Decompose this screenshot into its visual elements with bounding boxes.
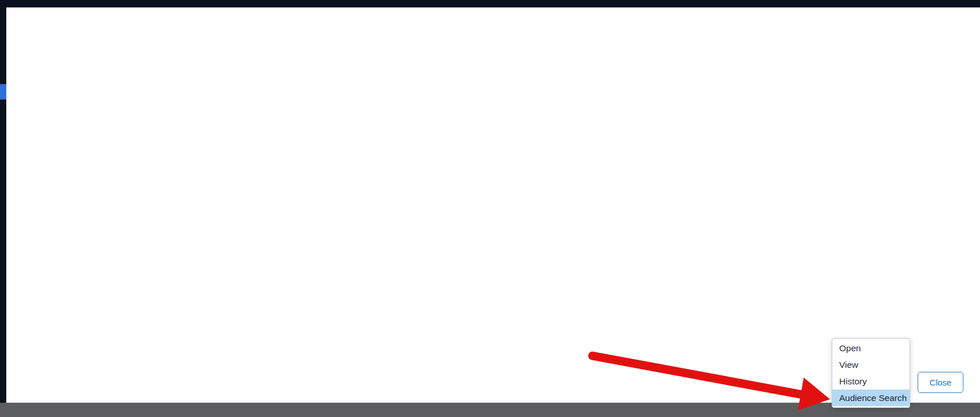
page-background-left [0,0,6,417]
menu-item-view[interactable]: View [832,356,910,373]
menu-item-open[interactable]: Open [832,340,910,356]
background-blue-fragment [0,84,6,100]
page-background-top [0,0,980,7]
row-actions-context-menu: Open View History Audience Search [832,338,910,408]
modal-close-footer-button[interactable]: Close [918,372,963,393]
menu-item-audience-search[interactable]: Audience Search [832,390,910,406]
menu-item-history[interactable]: History [832,373,910,390]
page: Open Query ✕ Search Type Starts With Con… [0,0,980,417]
